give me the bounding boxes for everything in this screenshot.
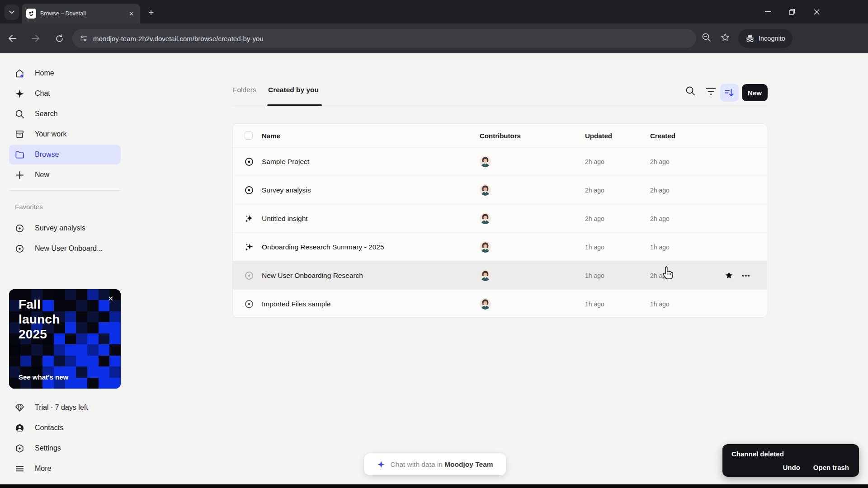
folder-icon bbox=[15, 150, 24, 160]
incognito-badge: Incognito bbox=[738, 29, 793, 48]
sort-icon bbox=[725, 89, 734, 97]
sidebar-item-browse[interactable]: Browse bbox=[9, 145, 121, 164]
row-name[interactable]: Survey analysis bbox=[262, 176, 311, 204]
insight-icon bbox=[244, 204, 254, 233]
settings-icon bbox=[15, 444, 24, 453]
sidebar-item-label: Contacts bbox=[35, 424, 63, 432]
project-icon bbox=[244, 176, 254, 204]
sidebar-item-contacts[interactable]: Contacts bbox=[9, 418, 121, 438]
sidebar-item-label: Home bbox=[35, 69, 54, 77]
back-button[interactable] bbox=[6, 33, 18, 44]
incognito-icon bbox=[745, 35, 755, 42]
incognito-label: Incognito bbox=[759, 35, 785, 42]
favorites-heading: Favorites bbox=[15, 203, 43, 211]
select-all-checkbox[interactable] bbox=[245, 131, 253, 140]
row-created: 1h ago bbox=[650, 290, 670, 318]
url-bar[interactable]: moodjoy-team-2h2v.dovetail.com/browse/cr… bbox=[72, 29, 696, 48]
screen-bottom-edge bbox=[0, 484, 868, 488]
reload-button[interactable] bbox=[53, 33, 65, 44]
tab-close-icon[interactable]: ✕ bbox=[127, 9, 136, 18]
sidebar-divider bbox=[9, 190, 121, 191]
chat-with-data-pill[interactable]: Chat with data in Moodjoy Team bbox=[364, 453, 506, 475]
row-name[interactable]: Untitled insight bbox=[262, 204, 308, 233]
row-name[interactable]: Imported Files sample bbox=[262, 290, 330, 318]
sidebar-item-label: Trial · 7 days left bbox=[35, 404, 88, 412]
home-icon bbox=[15, 69, 24, 78]
zoom-level-icon[interactable] bbox=[702, 33, 712, 44]
sidebar-item-settings[interactable]: Settings bbox=[9, 438, 121, 458]
sidebar-item-search[interactable]: Search bbox=[9, 104, 121, 124]
sidebar-item-label: Your work bbox=[35, 130, 67, 138]
search-button[interactable] bbox=[685, 86, 695, 98]
favorite-item-new-user-onboarding[interactable]: New User Onboard... bbox=[9, 239, 121, 258]
contributor-avatar[interactable] bbox=[480, 290, 491, 318]
row-more-options-icon[interactable]: ••• bbox=[742, 261, 750, 290]
table-row[interactable]: Sample Project2h ago2h ago bbox=[233, 147, 767, 176]
contributor-avatar[interactable] bbox=[480, 233, 491, 261]
row-name[interactable]: Onboarding Research Summary - 2025 bbox=[262, 233, 384, 261]
undo-button[interactable]: Undo bbox=[783, 464, 800, 471]
search-icon bbox=[15, 109, 24, 119]
browser-tab[interactable]: Browse – Dovetail ✕ bbox=[22, 4, 140, 23]
tab-created-by-you[interactable]: Created by you bbox=[268, 86, 319, 94]
row-created: 2h ago bbox=[650, 176, 670, 204]
row-updated: 2h ago bbox=[585, 147, 604, 176]
contributor-avatar[interactable] bbox=[480, 261, 491, 290]
filter-icon bbox=[706, 88, 716, 95]
row-updated: 2h ago bbox=[585, 176, 604, 204]
sidebar-item-new[interactable]: New bbox=[9, 165, 121, 185]
contributor-avatar[interactable] bbox=[480, 176, 491, 204]
favorite-item-label: Survey analysis bbox=[35, 224, 85, 232]
project-icon bbox=[244, 147, 254, 176]
table-row[interactable]: New User Onboarding Research1h ago2h ago… bbox=[233, 261, 767, 290]
dovetail-favicon-icon bbox=[26, 9, 36, 19]
open-trash-button[interactable]: Open trash bbox=[813, 464, 849, 471]
new-tab-button[interactable]: + bbox=[146, 7, 156, 18]
table-row[interactable]: Imported Files sample1h ago1h ago bbox=[233, 290, 767, 318]
search-icon bbox=[685, 86, 695, 96]
row-created: 2h ago bbox=[650, 147, 670, 176]
column-header-name[interactable]: Name bbox=[262, 124, 280, 147]
bookmark-star-icon[interactable] bbox=[720, 33, 730, 44]
site-info-icon[interactable] bbox=[80, 35, 88, 42]
toast-title: Channel deleted bbox=[731, 450, 784, 458]
new-project-button[interactable]: New bbox=[742, 84, 768, 101]
column-header-contributors[interactable]: Contributors bbox=[480, 124, 521, 147]
sidebar-item-more[interactable]: More bbox=[9, 459, 121, 479]
mouse-cursor bbox=[661, 266, 675, 283]
sidebar-item-your-work[interactable]: Your work bbox=[9, 124, 121, 144]
restore-button[interactable] bbox=[787, 6, 797, 17]
forward-button[interactable] bbox=[30, 33, 42, 44]
sidebar-item-label: New bbox=[35, 171, 49, 179]
filter-button[interactable] bbox=[706, 88, 716, 97]
row-updated: 1h ago bbox=[585, 233, 604, 261]
column-header-created[interactable]: Created bbox=[650, 124, 675, 147]
favorite-item-label: New User Onboard... bbox=[35, 244, 103, 253]
tab-search-button[interactable] bbox=[5, 5, 19, 20]
column-header-updated[interactable]: Updated bbox=[585, 124, 612, 147]
table-header-row: Name Contributors Updated Created bbox=[233, 124, 767, 147]
promo-see-whats-new-link[interactable]: See what's new bbox=[19, 373, 68, 381]
row-name[interactable]: Sample Project bbox=[262, 147, 309, 176]
sidebar-item-trial[interactable]: Trial · 7 days left bbox=[9, 398, 121, 418]
promo-close-icon[interactable]: ✕ bbox=[108, 295, 113, 303]
table-row[interactable]: Survey analysis2h ago2h ago bbox=[233, 176, 767, 204]
table-row[interactable]: Onboarding Research Summary - 20251h ago… bbox=[233, 233, 767, 261]
favorite-star-icon[interactable] bbox=[725, 261, 733, 290]
favorite-item-survey-analysis[interactable]: Survey analysis bbox=[9, 218, 121, 238]
sidebar-item-home[interactable]: Home bbox=[9, 63, 121, 83]
table-row[interactable]: Untitled insight2h ago2h ago bbox=[233, 204, 767, 233]
tabs-bottom-border bbox=[232, 106, 767, 106]
browser-tab-bar: Browse – Dovetail ✕ + bbox=[0, 0, 868, 23]
gem-icon bbox=[15, 403, 24, 413]
sidebar-item-chat[interactable]: Chat bbox=[9, 84, 121, 103]
sort-button[interactable] bbox=[720, 84, 739, 102]
minimize-button[interactable] bbox=[762, 6, 773, 17]
plus-icon bbox=[15, 170, 24, 180]
close-window-button[interactable] bbox=[811, 6, 822, 17]
fall-launch-promo-card[interactable]: Falllaunch2025 ✕ See what's new bbox=[9, 289, 121, 389]
contributor-avatar[interactable] bbox=[480, 204, 491, 233]
contributor-avatar[interactable] bbox=[480, 147, 491, 176]
row-name[interactable]: New User Onboarding Research bbox=[262, 261, 363, 290]
tab-folders[interactable]: Folders bbox=[233, 86, 256, 94]
